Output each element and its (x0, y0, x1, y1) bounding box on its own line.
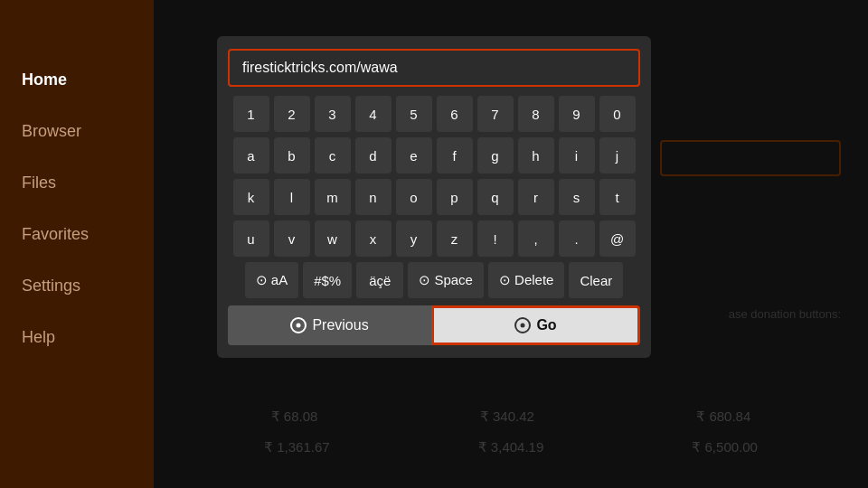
key-y[interactable]: y (396, 221, 432, 257)
key-excl[interactable]: ! (477, 221, 514, 257)
key-z[interactable]: z (437, 221, 473, 257)
key-accents[interactable]: äçë (356, 262, 403, 298)
key-9[interactable]: 9 (559, 96, 595, 132)
key-x[interactable]: x (355, 221, 392, 257)
key-8[interactable]: 8 (518, 96, 554, 132)
key-2[interactable]: 2 (274, 96, 310, 132)
key-f[interactable]: f (437, 137, 473, 174)
key-s[interactable]: s (559, 179, 595, 215)
key-p[interactable]: p (437, 179, 473, 215)
key-o[interactable]: o (396, 179, 432, 215)
key-comma[interactable]: , (518, 221, 554, 257)
sidebar-item-help[interactable]: Help (0, 312, 154, 363)
key-m[interactable]: m (315, 179, 351, 215)
sidebar-item-settings[interactable]: Settings (0, 260, 154, 312)
key-5[interactable]: 5 (396, 96, 432, 132)
key-i[interactable]: i (559, 137, 595, 174)
key-j[interactable]: j (599, 137, 636, 174)
go-icon (514, 317, 531, 333)
sidebar-item-favorites[interactable]: Favorites (0, 209, 154, 260)
key-7[interactable]: 7 (477, 96, 514, 132)
url-input-container[interactable]: firesticktricks.com/wawa (228, 49, 640, 87)
key-g[interactable]: g (477, 137, 514, 174)
key-v[interactable]: v (274, 221, 310, 257)
key-symbols[interactable]: #$% (303, 262, 352, 298)
sidebar-item-browser[interactable]: Browser (0, 106, 154, 157)
key-q[interactable]: q (477, 179, 514, 215)
key-period[interactable]: . (559, 221, 595, 257)
key-n[interactable]: n (355, 179, 392, 215)
key-3[interactable]: 3 (315, 96, 351, 132)
url-input-text: firesticktricks.com/wawa (242, 60, 398, 75)
nav-row: Previous Go (228, 305, 640, 345)
key-1[interactable]: 1 (233, 96, 269, 132)
keyboard-row-k: k l m n o p q r s t (228, 179, 640, 215)
sidebar-item-home[interactable]: Home (0, 54, 154, 106)
key-space[interactable]: ⊙ Space (408, 262, 484, 298)
keyboard-dialog: firesticktricks.com/wawa 1 2 3 4 5 6 7 8… (217, 36, 651, 358)
key-delete[interactable]: ⊙ Delete (488, 262, 565, 298)
key-0[interactable]: 0 (599, 96, 636, 132)
key-d[interactable]: d (355, 137, 392, 174)
keyboard-row-u: u v w x y z ! , . @ (228, 221, 640, 257)
key-k[interactable]: k (233, 179, 269, 215)
key-clear[interactable]: Clear (569, 262, 623, 298)
key-t[interactable]: t (599, 179, 636, 215)
go-button[interactable]: Go (431, 305, 640, 345)
key-case-toggle[interactable]: ⊙ aA (245, 262, 299, 298)
sidebar-item-files[interactable]: Files (0, 157, 154, 209)
keyboard-row-numbers: 1 2 3 4 5 6 7 8 9 0 (228, 96, 640, 132)
key-h[interactable]: h (518, 137, 554, 174)
key-e[interactable]: e (396, 137, 432, 174)
key-l[interactable]: l (274, 179, 310, 215)
keyboard-row-a: a b c d e f g h i j (228, 137, 640, 174)
previous-icon (290, 317, 307, 333)
key-u[interactable]: u (233, 221, 269, 257)
key-c[interactable]: c (315, 137, 351, 174)
previous-button[interactable]: Previous (228, 305, 431, 345)
key-w[interactable]: w (315, 221, 351, 257)
sidebar: Home Browser Files Favorites Settings He… (0, 0, 154, 488)
key-r[interactable]: r (518, 179, 554, 215)
key-a[interactable]: a (233, 137, 269, 174)
keyboard-row-special: ⊙ aA #$% äçë ⊙ Space ⊙ Delete Clear (228, 262, 640, 298)
key-at[interactable]: @ (599, 221, 636, 257)
key-6[interactable]: 6 (437, 96, 473, 132)
key-4[interactable]: 4 (355, 96, 392, 132)
key-b[interactable]: b (274, 137, 310, 174)
